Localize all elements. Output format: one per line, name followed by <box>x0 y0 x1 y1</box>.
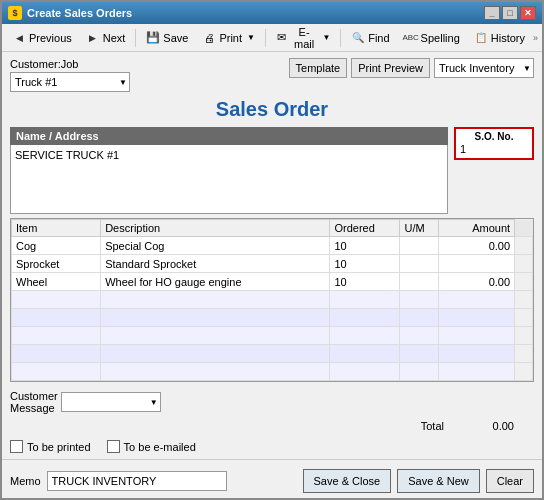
email-icon <box>276 31 288 45</box>
table-row[interactable]: Sprocket Standard Sprocket 10 <box>12 255 533 273</box>
resize-indicator: » <box>533 33 538 43</box>
print-dropdown-arrow: ▼ <box>247 33 255 42</box>
memo-row: Memo Save & Close Save & New Clear <box>10 469 534 493</box>
col-item: Item <box>12 220 101 237</box>
cell-item: Sprocket <box>12 255 101 273</box>
name-address-header: Name / Address <box>10 127 448 145</box>
sep-1 <box>135 29 136 47</box>
minimize-button[interactable]: _ <box>484 6 500 20</box>
so-no-label: S.O. No. <box>460 131 528 142</box>
cell-description: Wheel for HO gauge engine <box>101 273 330 291</box>
save-icon <box>146 31 160 45</box>
save-close-button[interactable]: Save & Close <box>303 469 392 493</box>
name-address-value: SERVICE TRUCK #1 <box>15 149 119 161</box>
maximize-button[interactable]: □ <box>502 6 518 20</box>
print-button[interactable]: Print ▼ <box>196 28 261 48</box>
bottom-bar: Memo Save & Close Save & New Clear <box>2 459 542 498</box>
to-be-printed-item: To be printed <box>10 440 91 453</box>
sep-2 <box>265 29 266 47</box>
previous-button[interactable]: Previous <box>6 28 78 48</box>
print-icon <box>202 31 216 45</box>
scroll-header <box>515 220 533 237</box>
form-content: Customer:Job Truck #1 ▼ Template Print P… <box>2 52 542 459</box>
scroll-cell <box>515 273 533 291</box>
cell-description: Standard Sprocket <box>101 255 330 273</box>
memo-input[interactable] <box>47 471 227 491</box>
cell-item: Cog <box>12 237 101 255</box>
scroll-cell <box>515 255 533 273</box>
bottom-fields: Customer Message ▼ <box>10 390 534 414</box>
checkbox-row: To be printed To be e-mailed <box>10 440 534 453</box>
save-button[interactable]: Save <box>140 28 194 48</box>
so-no-value: 1 <box>460 142 528 156</box>
print-preview-button[interactable]: Print Preview <box>351 58 430 78</box>
title-bar: $ Create Sales Orders _ □ ✕ <box>2 2 542 24</box>
name-address-box: SERVICE TRUCK #1 <box>10 145 448 214</box>
template-dropdown-arrow: ▼ <box>523 64 531 73</box>
to-be-printed-label: To be printed <box>27 441 91 453</box>
total-row: Total 0.00 <box>10 420 534 432</box>
close-button[interactable]: ✕ <box>520 6 536 20</box>
empty-row[interactable] <box>12 327 533 345</box>
to-be-emailed-item: To be e-mailed <box>107 440 196 453</box>
table-row[interactable]: Cog Special Cog 10 0.00 <box>12 237 533 255</box>
customer-dropdown-arrow: ▼ <box>119 78 127 87</box>
history-icon <box>474 31 488 45</box>
scroll-cell <box>515 237 533 255</box>
email-button[interactable]: E-mail ▼ <box>270 23 336 53</box>
next-icon <box>86 31 100 45</box>
toolbar: Previous Next Save Print ▼ E-mail ▼ Find <box>2 24 542 52</box>
left-section: Name / Address SERVICE TRUCK #1 <box>10 127 448 214</box>
spelling-button[interactable]: Spelling <box>398 28 466 48</box>
template-select[interactable]: Truck Inventory ▼ <box>434 58 534 78</box>
total-label: Total <box>421 420 444 432</box>
customer-message-select[interactable]: ▼ <box>61 392 161 412</box>
window-title: Create Sales Orders <box>27 7 132 19</box>
customer-section: Customer:Job Truck #1 ▼ <box>10 58 130 92</box>
cell-ordered: 10 <box>330 273 400 291</box>
save-new-button[interactable]: Save & New <box>397 469 480 493</box>
empty-row[interactable] <box>12 291 533 309</box>
cell-amount <box>438 255 514 273</box>
cell-ordered: 10 <box>330 255 400 273</box>
email-dropdown-arrow: ▼ <box>322 33 330 42</box>
customer-message-field: Customer Message ▼ <box>10 390 161 414</box>
clear-button[interactable]: Clear <box>486 469 534 493</box>
template-button[interactable]: Template <box>289 58 348 78</box>
total-value: 0.00 <box>464 420 514 432</box>
find-icon <box>351 31 365 45</box>
items-table-wrapper: Item Description Ordered U/M Amount Cog … <box>10 218 534 382</box>
top-row: Customer:Job Truck #1 ▼ Template Print P… <box>10 58 534 92</box>
sep-3 <box>340 29 341 47</box>
table-row[interactable]: Wheel Wheel for HO gauge engine 10 0.00 <box>12 273 533 291</box>
app-icon: $ <box>8 6 22 20</box>
cell-item: Wheel <box>12 273 101 291</box>
title-bar-controls: _ □ ✕ <box>484 6 536 20</box>
to-be-printed-checkbox[interactable] <box>10 440 23 453</box>
customer-job-label: Customer:Job <box>10 58 130 70</box>
to-be-emailed-label: To be e-mailed <box>124 441 196 453</box>
col-um: U/M <box>400 220 438 237</box>
empty-row[interactable] <box>12 309 533 327</box>
empty-row[interactable] <box>12 363 533 381</box>
history-button[interactable]: History <box>468 28 531 48</box>
memo-label: Memo <box>10 475 41 487</box>
cell-ordered: 10 <box>330 237 400 255</box>
col-amount: Amount <box>438 220 514 237</box>
to-be-emailed-checkbox[interactable] <box>107 440 120 453</box>
next-button[interactable]: Next <box>80 28 132 48</box>
message-dropdown-arrow: ▼ <box>150 398 158 407</box>
main-window: $ Create Sales Orders _ □ ✕ Previous Nex… <box>0 0 544 500</box>
col-description: Description <box>101 220 330 237</box>
template-section: Template Print Preview Truck Inventory ▼ <box>289 58 534 78</box>
customer-job-select[interactable]: Truck #1 ▼ <box>10 72 130 92</box>
customer-message-label: Customer Message <box>10 390 58 414</box>
cell-amount: 0.00 <box>438 273 514 291</box>
cell-description: Special Cog <box>101 237 330 255</box>
find-button[interactable]: Find <box>345 28 395 48</box>
sales-order-title: Sales Order <box>10 98 534 121</box>
cell-um <box>400 255 438 273</box>
cell-um <box>400 237 438 255</box>
so-no-box: S.O. No. 1 <box>454 127 534 160</box>
empty-row[interactable] <box>12 345 533 363</box>
